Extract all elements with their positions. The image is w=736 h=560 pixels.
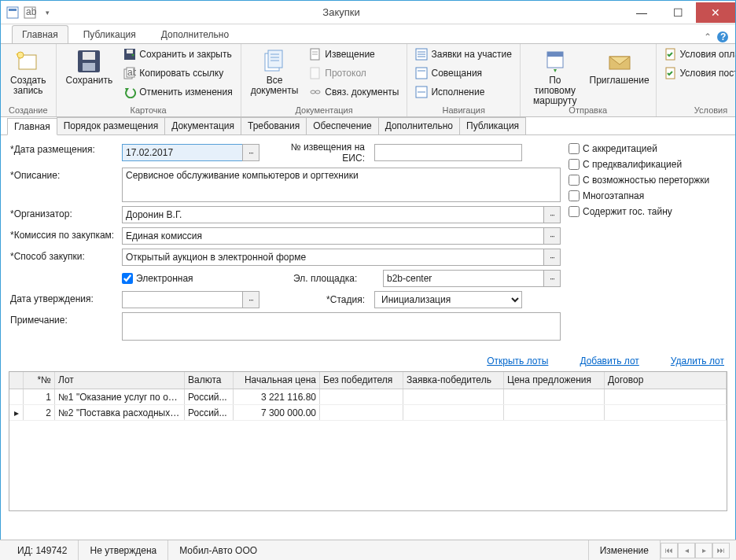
method-picker-button[interactable]: ··· [543,249,561,266]
notice-button[interactable]: Извещение [306,46,402,63]
col-winner[interactable]: Заявка-победитель [403,372,504,389]
minimize-button[interactable]: — [624,2,660,23]
all-docs-label: Все документы [251,76,299,96]
doc-icon [309,48,322,61]
stage-label: *Стадия: [266,294,368,305]
status-id: ИД: 149742 [6,540,79,560]
platform-label: Эл. площадка: [293,273,377,284]
org-picker-button[interactable]: ··· [543,206,561,223]
platform-input[interactable] [383,270,543,287]
invite-button[interactable]: Приглашение [588,46,651,104]
platform-picker-button[interactable]: ··· [543,270,561,287]
col-contract[interactable]: Договор [605,372,727,389]
accred-checkbox[interactable] [569,143,580,154]
cancel-changes-button[interactable]: Отменить изменения [120,83,235,101]
nav-prev-button[interactable]: ◂ [678,543,695,558]
protocol-button[interactable]: Протокол [306,64,402,82]
col-num[interactable]: *№ [24,372,55,389]
electronic-checkbox[interactable] [122,273,133,284]
group-create-label: Создание [1,105,56,115]
ribbon-tab-main[interactable]: Главная [12,25,68,43]
org-input[interactable] [122,206,543,223]
table-row[interactable]: ▸ 2 №2 "Поставка расходных м... Россий..… [9,405,727,421]
bids-button[interactable]: Заявки на участие [412,46,515,63]
related-docs-button[interactable]: Связ. документы [306,83,402,101]
status-state: Не утверждена [79,540,168,560]
status-change: Изменение [589,540,661,560]
nav-next-button[interactable]: ▸ [695,543,712,558]
doc-icon [309,67,322,79]
svg-rect-13 [127,50,133,53]
delivery-cond-button[interactable]: Условия поставки [661,64,737,82]
all-docs-button[interactable]: Все документы [246,46,304,104]
link-icon [309,86,322,98]
list-icon [415,48,428,61]
col-nowin[interactable]: Без победителя [320,372,403,389]
comm-input[interactable] [122,227,543,245]
sub-tab-order[interactable]: Порядок размещения [57,117,165,134]
sub-tab-sec[interactable]: Обеспечение [306,117,378,134]
save-label: Сохранить [66,76,113,86]
approve-date-input[interactable] [122,291,242,308]
collapse-ribbon-icon[interactable]: ⌃ [704,31,712,42]
qat-dropdown-icon[interactable]: ▾ [40,6,54,20]
col-cur[interactable]: Валюта [185,372,234,389]
svg-point-28 [315,90,320,94]
close-button[interactable]: ✕ [696,2,735,23]
sub-tab-publish[interactable]: Публикация [459,117,526,134]
save-icon [76,49,101,74]
maximize-button[interactable]: ☐ [660,2,696,23]
open-lots-link[interactable]: Открыть лоты [487,356,548,367]
col-lot[interactable]: Лот [55,372,185,389]
prequal-checkbox[interactable] [569,159,580,170]
sub-tab-main[interactable]: Главная [7,118,57,135]
note-label: Примечание: [10,312,122,326]
multi-checkbox[interactable] [569,190,580,201]
status-company: Мобил-Авто ООО [168,540,588,560]
sub-tab-docs[interactable]: Документация [164,117,241,134]
undo-icon [123,86,136,98]
add-lot-link[interactable]: Добавить лот [580,356,638,367]
help-icon[interactable]: ? [716,31,729,43]
copy-link-icon: ab [123,67,136,79]
route-icon [543,49,568,74]
qat-form-icon[interactable] [6,6,20,20]
doc-check-icon [664,48,677,61]
execution-button[interactable]: Исполнение [412,83,515,101]
comm-label: *Комиссия по закупкам: [10,227,122,241]
meetings-button[interactable]: Совещания [412,64,515,82]
svg-rect-33 [416,68,427,79]
sub-tab-req[interactable]: Требования [241,117,307,134]
col-offer[interactable]: Цена предложения [504,372,605,389]
date-picker-button[interactable]: ··· [242,144,259,161]
route-button[interactable]: По типовому маршруту [525,46,585,104]
approve-date-picker-button[interactable]: ··· [242,291,259,308]
nav-first-button[interactable]: ⏮ [661,543,678,558]
pay-cond-button[interactable]: Условия оплаты [661,46,737,63]
create-record-button[interactable]: Создать запись [6,46,51,104]
copy-link-button[interactable]: abКопировать ссылку [120,64,235,82]
approve-date-label: Дата утверждения: [10,291,122,304]
rebid-checkbox[interactable] [569,175,580,186]
nav-last-button[interactable]: ⏭ [712,543,730,558]
table-row[interactable]: 1 №1 "Оказание услуг по осу... Россий...… [9,389,727,405]
sub-tab-extra[interactable]: Дополнительно [378,117,460,134]
ribbon-tab-extra[interactable]: Дополнительно [151,25,239,43]
qat-text-icon[interactable]: abc [23,6,37,20]
desc-input[interactable]: Сервисное обслуживание компьютеров и орг… [122,168,561,202]
svg-rect-38 [547,52,563,57]
secret-checkbox[interactable] [569,206,580,217]
ribbon-tab-publish[interactable]: Публикация [73,25,146,43]
delete-lot-link[interactable]: Удалить лот [671,356,724,367]
org-label: *Организатор: [10,206,122,219]
lots-grid[interactable]: *№ Лот Валюта Начальная цена Без победит… [9,371,727,511]
stage-select[interactable]: Инициализация [374,291,522,308]
save-close-button[interactable]: Сохранить и закрыть [120,46,235,63]
eis-input[interactable] [374,144,522,161]
col-price[interactable]: Начальная цена [234,372,320,389]
method-input[interactable] [122,249,543,266]
note-input[interactable] [122,312,561,341]
date-input[interactable] [122,144,242,161]
comm-picker-button[interactable]: ··· [543,227,561,245]
save-button[interactable]: Сохранить [61,46,118,104]
